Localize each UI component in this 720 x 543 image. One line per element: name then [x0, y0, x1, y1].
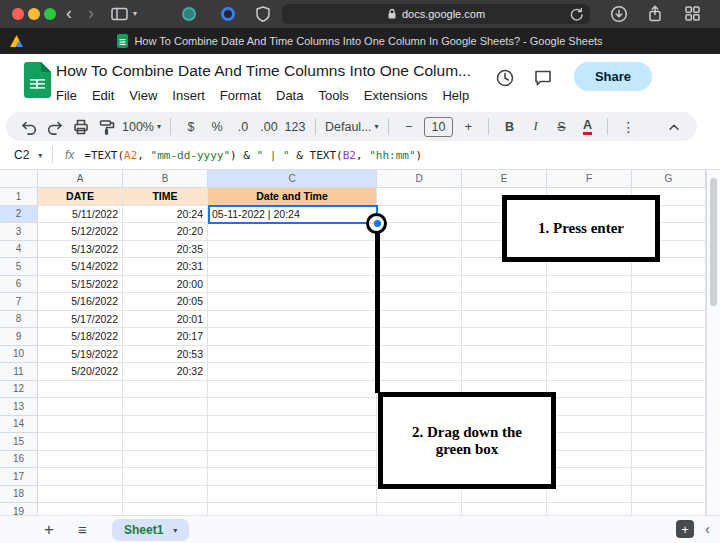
cell-C11[interactable] [208, 363, 377, 381]
cell-F7[interactable] [547, 293, 632, 311]
cell-B13[interactable] [123, 398, 208, 416]
cell-D6[interactable] [377, 276, 462, 294]
cell-C5[interactable] [208, 258, 377, 276]
cell-F13[interactable] [547, 398, 632, 416]
cell-G6[interactable] [632, 276, 706, 294]
cell-G8[interactable] [632, 311, 706, 329]
cell-B19[interactable] [123, 503, 208, 515]
cell-A10[interactable]: 5/19/2022 [38, 346, 123, 364]
comments-icon[interactable] [532, 67, 554, 89]
cell-C2[interactable]: 05-11-2022 | 20:24 [208, 206, 377, 224]
decrease-font-size-button[interactable]: − [398, 115, 420, 139]
cell-B9[interactable]: 20:17 [123, 328, 208, 346]
vertical-scrollbar[interactable] [706, 170, 720, 515]
cell-A2[interactable]: 5/11/2022 [38, 206, 123, 224]
cell-C10[interactable] [208, 346, 377, 364]
document-title[interactable]: How To Combine Date And Time Columns Int… [56, 62, 471, 80]
menu-file[interactable]: File [53, 86, 80, 105]
cell-F15[interactable] [547, 433, 632, 451]
cell-C4[interactable] [208, 241, 377, 259]
row-header-6[interactable]: 6 [0, 276, 38, 294]
cell-A5[interactable]: 5/14/2022 [38, 258, 123, 276]
cell-G15[interactable] [632, 433, 706, 451]
row-header-8[interactable]: 8 [0, 311, 38, 329]
cell-C12[interactable] [208, 381, 377, 399]
zoom-window-button[interactable] [44, 8, 56, 20]
cell-A1[interactable]: DATE [38, 188, 123, 206]
cell-B2[interactable]: 20:24 [123, 206, 208, 224]
cell-F6[interactable] [547, 276, 632, 294]
row-header-12[interactable]: 12 [0, 381, 38, 399]
percent-format-button[interactable]: % [206, 115, 228, 139]
cell-F12[interactable] [547, 381, 632, 399]
cell-C13[interactable] [208, 398, 377, 416]
column-header-B[interactable]: B [123, 170, 208, 188]
cell-E6[interactable] [462, 276, 547, 294]
row-header-14[interactable]: 14 [0, 416, 38, 434]
version-history-icon[interactable] [494, 67, 516, 89]
cell-G11[interactable] [632, 363, 706, 381]
cell-C7[interactable] [208, 293, 377, 311]
cell-G10[interactable] [632, 346, 706, 364]
bold-button[interactable]: B [498, 115, 520, 139]
sheet-tab-menu-icon[interactable]: ▾ [173, 526, 177, 535]
cell-E11[interactable] [462, 363, 547, 381]
menu-format[interactable]: Format [217, 86, 264, 105]
menu-edit[interactable]: Edit [89, 86, 117, 105]
cell-C8[interactable] [208, 311, 377, 329]
cell-B14[interactable] [123, 416, 208, 434]
menu-data[interactable]: Data [273, 86, 306, 105]
zoom-select[interactable]: 100%▾ [122, 115, 161, 139]
back-button[interactable]: ‹ [66, 3, 72, 23]
cell-B5[interactable]: 20:31 [123, 258, 208, 276]
cell-B12[interactable] [123, 381, 208, 399]
tab-overview-icon[interactable] [684, 5, 701, 22]
cell-D11[interactable] [377, 363, 462, 381]
cell-F17[interactable] [547, 468, 632, 486]
cell-E19[interactable] [462, 503, 547, 515]
cell-C1[interactable]: Date and Time [208, 188, 377, 206]
cell-B10[interactable]: 20:53 [123, 346, 208, 364]
cell-A11[interactable]: 5/20/2022 [38, 363, 123, 381]
cell-E10[interactable] [462, 346, 547, 364]
row-header-4[interactable]: 4 [0, 241, 38, 259]
cell-F8[interactable] [547, 311, 632, 329]
cell-A13[interactable] [38, 398, 123, 416]
row-header-19[interactable]: 19 [0, 503, 38, 515]
row-header-1[interactable]: 1 [0, 188, 38, 206]
cell-A4[interactable]: 5/13/2022 [38, 241, 123, 259]
cell-G19[interactable] [632, 503, 706, 515]
sidebar-toggle-button[interactable] [110, 5, 129, 23]
cell-C16[interactable] [208, 451, 377, 469]
forward-button[interactable]: › [88, 3, 94, 23]
increase-decimal-button[interactable]: .00 [258, 115, 280, 139]
strikethrough-button[interactable]: S [550, 115, 572, 139]
cell-A19[interactable] [38, 503, 123, 515]
italic-button[interactable]: I [524, 115, 546, 139]
print-button[interactable] [70, 115, 92, 139]
cell-G7[interactable] [632, 293, 706, 311]
cell-F16[interactable] [547, 451, 632, 469]
more-formats-button[interactable]: 123 [284, 115, 306, 139]
cell-F11[interactable] [547, 363, 632, 381]
cell-C3[interactable] [208, 223, 377, 241]
cell-G17[interactable] [632, 468, 706, 486]
cell-A3[interactable]: 5/12/2022 [38, 223, 123, 241]
close-window-button[interactable] [12, 8, 24, 20]
row-header-11[interactable]: 11 [0, 363, 38, 381]
increase-font-size-button[interactable]: + [457, 115, 479, 139]
cell-B6[interactable]: 20:00 [123, 276, 208, 294]
cell-E8[interactable] [462, 311, 547, 329]
cell-C14[interactable] [208, 416, 377, 434]
cell-A17[interactable] [38, 468, 123, 486]
column-header-C[interactable]: C [208, 170, 377, 188]
extension-icon[interactable] [221, 7, 235, 21]
cell-D1[interactable] [377, 188, 462, 206]
share-button[interactable]: Share [574, 62, 652, 91]
cell-A9[interactable]: 5/18/2022 [38, 328, 123, 346]
row-header-3[interactable]: 3 [0, 223, 38, 241]
tab-title[interactable]: How To Combine Date And Time Columns Int… [134, 35, 602, 47]
address-bar[interactable]: docs.google.com [282, 4, 590, 24]
fill-handle[interactable] [374, 220, 381, 227]
row-header-18[interactable]: 18 [0, 486, 38, 504]
